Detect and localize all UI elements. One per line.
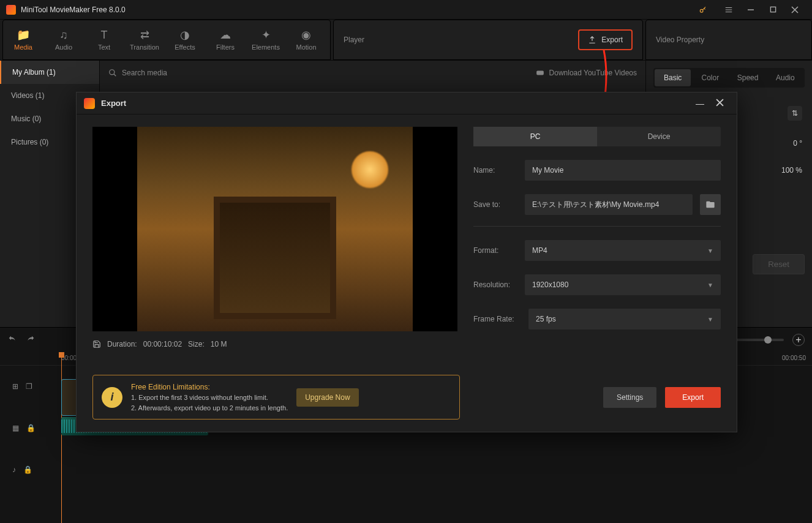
prop-tab-audio[interactable]: Audio xyxy=(767,69,803,86)
dialog-title: Export xyxy=(101,99,690,108)
settings-button[interactable]: Settings xyxy=(603,387,656,408)
opacity-value: 100 % xyxy=(781,166,802,175)
elements-icon: ✦ xyxy=(261,29,271,41)
export-button[interactable]: Export xyxy=(578,29,633,50)
video-track-icon: ▦ xyxy=(12,424,19,432)
format-select[interactable]: MP4 ▼ xyxy=(525,240,721,261)
tab-elements[interactable]: ✦Elements xyxy=(246,23,286,57)
tab-transition[interactable]: ⇄Transition xyxy=(124,23,165,57)
dest-tab-pc[interactable]: PC xyxy=(473,127,597,146)
lock-icon[interactable]: 🔒 xyxy=(23,465,32,474)
search-input[interactable]: Search media xyxy=(108,69,524,77)
chevron-down-icon: ▼ xyxy=(707,316,713,323)
resolution-select[interactable]: 1920x1080 ▼ xyxy=(525,274,721,295)
upgrade-button[interactable]: Upgrade Now xyxy=(296,388,358,407)
maximize-button[interactable] xyxy=(762,0,784,20)
dialog-titlebar: Export — xyxy=(77,92,737,115)
duration-value: 00:00:10:02 xyxy=(143,340,182,348)
tab-effects[interactable]: ◑Effects xyxy=(165,23,205,57)
close-icon xyxy=(716,99,724,107)
export-confirm-button[interactable]: Export xyxy=(665,387,721,408)
copy-track-icon[interactable]: ❐ xyxy=(26,382,32,391)
svg-rect-1 xyxy=(770,7,775,12)
resolution-value: 1920x1080 xyxy=(532,280,568,289)
sidebar-item-my-album[interactable]: My Album (1) xyxy=(0,61,99,84)
dialog-close-button[interactable] xyxy=(710,99,729,108)
redo-button[interactable] xyxy=(26,334,36,346)
player-panel-header: Player Export xyxy=(333,20,643,60)
format-label: Format: xyxy=(473,246,517,255)
zoom-in-button[interactable]: + xyxy=(792,334,805,346)
download-youtube-button[interactable]: Download YouTube Videos xyxy=(536,69,637,77)
hamburger-menu-icon[interactable] xyxy=(718,0,740,20)
playhead[interactable] xyxy=(61,352,62,523)
player-label: Player xyxy=(344,36,578,44)
prop-tab-basic[interactable]: Basic xyxy=(655,69,691,86)
effects-icon: ◑ xyxy=(180,29,190,41)
folder-icon xyxy=(705,200,715,209)
tab-filters[interactable]: ☁Filters xyxy=(205,23,246,57)
export-dialog: Export — Duration: 00:00:10:02 Size: 10 … xyxy=(76,92,737,432)
download-label: Download YouTube Videos xyxy=(549,69,637,77)
chevron-down-icon: ▼ xyxy=(707,247,713,254)
rotation-value: 0 ° xyxy=(793,139,802,148)
frame-rate-label: Frame Rate: xyxy=(473,315,521,323)
destination-tabs: PC Device xyxy=(473,127,721,146)
save-to-input[interactable] xyxy=(525,194,693,215)
titlebar: MiniTool MovieMaker Free 8.0.0 xyxy=(0,0,812,20)
export-button-label: Export xyxy=(601,36,623,44)
prop-tab-speed[interactable]: Speed xyxy=(730,69,766,86)
limitation-line-2: 2. Afterwards, export video up to 2 minu… xyxy=(131,403,288,413)
tab-motion[interactable]: ◉Motion xyxy=(286,23,326,57)
lock-icon[interactable]: 🔒 xyxy=(26,424,36,432)
undo-button[interactable] xyxy=(7,334,17,346)
search-icon xyxy=(108,69,117,77)
music-note-icon: ♫ xyxy=(59,29,68,41)
zoom-slider[interactable] xyxy=(735,339,784,341)
frame-rate-select[interactable]: 25 fps ▼ xyxy=(528,309,721,329)
app-logo-icon xyxy=(84,98,95,109)
frame-rate-value: 25 fps xyxy=(536,315,556,323)
video-property-header: Video Property xyxy=(645,20,812,60)
minimize-button[interactable] xyxy=(740,0,762,20)
video-property-label: Video Property xyxy=(656,36,704,44)
dialog-minimize-button[interactable]: — xyxy=(690,99,710,108)
limitation-notice: i Free Edition Limitations: 1. Export th… xyxy=(92,375,460,420)
name-label: Name: xyxy=(473,166,517,175)
limitation-line-1: 1. Export the first 3 videos without len… xyxy=(131,393,288,403)
export-meta: Duration: 00:00:10:02 Size: 10 M xyxy=(92,331,457,357)
close-button[interactable] xyxy=(784,0,806,20)
size-value: 10 M xyxy=(211,340,227,348)
duration-label: Duration: xyxy=(107,340,137,348)
save-icon xyxy=(92,340,101,348)
tab-audio[interactable]: ♫Audio xyxy=(43,23,84,57)
name-input[interactable] xyxy=(525,160,721,181)
text-icon: T xyxy=(101,29,108,41)
undo-icon xyxy=(7,334,17,344)
redo-icon xyxy=(26,334,36,344)
resolution-label: Resolution: xyxy=(473,280,517,289)
export-icon xyxy=(588,36,596,44)
audio-track-icon: ♪ xyxy=(12,465,16,474)
search-placeholder: Search media xyxy=(122,69,167,77)
reset-button[interactable]: Reset xyxy=(753,254,805,274)
save-to-label: Save to: xyxy=(473,200,517,209)
flip-icon[interactable]: ⇅ xyxy=(788,106,802,121)
time-mark-end: 00:00:50 xyxy=(782,355,806,361)
license-key-icon[interactable] xyxy=(692,0,714,20)
format-value: MP4 xyxy=(532,246,547,255)
prop-tab-color[interactable]: Color xyxy=(692,69,728,86)
dest-tab-device[interactable]: Device xyxy=(597,127,721,146)
tab-text[interactable]: TText xyxy=(84,23,124,57)
limitation-title: Free Edition Limitations: xyxy=(131,382,288,393)
window-title: MiniTool MovieMaker Free 8.0.0 xyxy=(21,6,692,14)
download-icon xyxy=(536,69,544,77)
export-preview xyxy=(92,127,457,331)
app-logo-icon xyxy=(6,5,16,15)
add-track-icon[interactable]: ⊞ xyxy=(12,382,18,391)
tab-media[interactable]: 📁Media xyxy=(3,23,43,57)
info-icon: i xyxy=(102,387,122,408)
tool-tabs: 📁Media ♫Audio TText ⇄Transition ◑Effects… xyxy=(2,20,331,60)
size-label: Size: xyxy=(188,340,205,348)
browse-folder-button[interactable] xyxy=(700,194,721,215)
